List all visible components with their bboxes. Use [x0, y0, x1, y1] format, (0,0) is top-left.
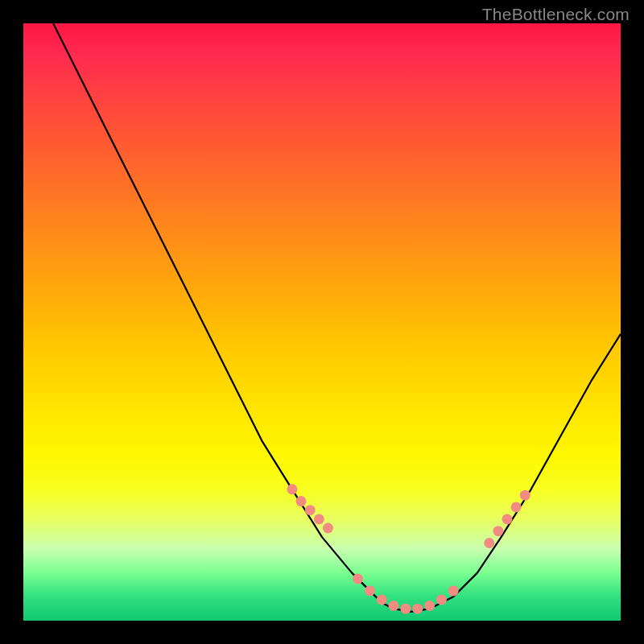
chart-container: TheBottleneck.com: [0, 0, 644, 644]
gradient-background: [23, 23, 621, 621]
watermark-text: TheBottleneck.com: [482, 5, 630, 24]
